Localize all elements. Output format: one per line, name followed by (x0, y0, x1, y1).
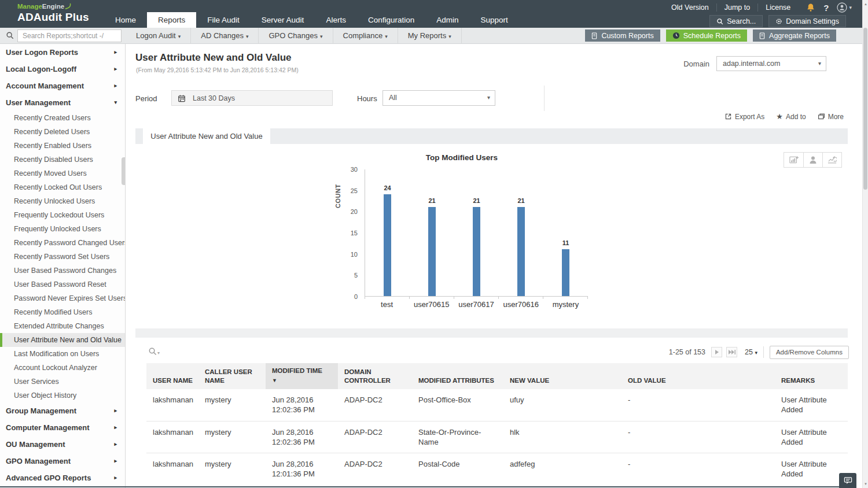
chart-column: 24 (365, 169, 410, 296)
sidebar-item[interactable]: Recently Deleted Users (0, 125, 125, 139)
column-header-modified-attributes[interactable]: MODIFIED ATTRIBUTES (412, 363, 503, 389)
notification-bell-icon[interactable] (806, 3, 815, 12)
sidebar-item[interactable]: Recently Unlocked Users (0, 194, 125, 208)
sidebar-item[interactable]: Recently Enabled Users (0, 139, 125, 153)
table-row[interactable]: lakshmanan mystery Jun 28,2016 12:02:36 … (146, 421, 848, 453)
next-page-button[interactable] (711, 347, 722, 357)
column-header-remarks[interactable]: REMARKS (740, 363, 848, 389)
chart-y-tick-label: 30 (351, 165, 358, 173)
add-to-button[interactable]: ★ Add to (776, 112, 806, 121)
sidebar-item[interactable]: Recently Password Changed Users (0, 236, 125, 250)
table-search-button[interactable]: ▾ (148, 347, 160, 356)
scroll-up-icon[interactable]: ▲ (863, 2, 868, 6)
nav-reports[interactable]: Reports (147, 12, 196, 28)
sidebar-item[interactable]: Password Never Expires Set Users (0, 291, 125, 305)
scroll-down-icon[interactable]: ▼ (863, 482, 868, 486)
last-page-button[interactable] (726, 347, 737, 357)
domain-select[interactable]: adap.internal.com ▾ (716, 56, 826, 71)
column-header-modified-time[interactable]: MODIFIED TIME▼ (266, 363, 338, 389)
sidebar-item[interactable]: Recently Locked Out Users (0, 180, 125, 194)
tab-user-attribute-new-and-old-value[interactable]: User Attribute New and Old Value (143, 128, 270, 144)
more-icon (818, 113, 825, 120)
column-header-old-value[interactable]: OLD VALUE (621, 363, 740, 389)
column-header-new-value[interactable]: NEW VALUE (503, 363, 621, 389)
sidebar-section-group-management[interactable]: Group Management▸ (0, 402, 125, 419)
sidebar-item[interactable]: User Object History (0, 389, 125, 402)
help-icon[interactable]: ? (823, 3, 829, 13)
nav-file-audit[interactable]: File Audit (196, 12, 251, 28)
table-row[interactable]: lakshmanan mystery Jun 28,2016 12:02:36 … (146, 389, 848, 421)
old-version-link[interactable]: Old Version (664, 3, 717, 12)
sidebar-item[interactable]: Extended Attribute Changes (0, 319, 125, 333)
nav-alerts[interactable]: Alerts (315, 12, 357, 28)
sidebar-section-local-logon-logoff[interactable]: Local Logon-Logoff▸ (0, 61, 125, 77)
sidebar-item[interactable]: Recently Created Users (0, 111, 125, 125)
custom-reports-label: Custom Reports (601, 32, 653, 40)
menu-logon-audit[interactable]: Logon Audit▾ (126, 28, 191, 44)
table-row[interactable]: lakshmanan mystery Jun 28,2016 12:01:36 … (146, 453, 848, 485)
nav-home[interactable]: Home (104, 12, 147, 28)
report-search-input[interactable] (17, 29, 122, 42)
chart-card: Top Modified Users COUNT 051015202530 24… (135, 144, 848, 328)
schedule-reports-button[interactable]: Schedule Reports (666, 29, 747, 42)
sidebar-section-account-management[interactable]: Account Management▸ (0, 77, 125, 94)
sidebar-item[interactable]: Frequently Lockedout Users (0, 208, 125, 222)
report-sidebar: User Logon Reports▸ Local Logon-Logoff▸ … (0, 44, 126, 488)
hours-select[interactable]: All ▾ (382, 90, 495, 106)
menu-my-reports[interactable]: My Reports▾ (398, 28, 462, 44)
chart-refresh-icon[interactable] (822, 153, 841, 167)
custom-reports-button[interactable]: Custom Reports (585, 29, 660, 42)
export-as-button[interactable]: Export As (724, 113, 764, 121)
nav-server-audit[interactable]: Server Audit (251, 12, 315, 28)
chart-y-tick-label: 15 (351, 229, 358, 237)
menu-gpo-changes[interactable]: GPO Changes▾ (259, 28, 333, 44)
domain-settings-button[interactable]: Domain Settings (768, 15, 846, 27)
page-size-select[interactable]: 25 ▾ (745, 348, 757, 356)
nav-support[interactable]: Support (469, 12, 518, 28)
aggregate-reports-button[interactable]: Aggregate Reports (753, 29, 836, 42)
sidebar-item[interactable]: Recently Moved Users (0, 167, 125, 180)
sidebar-item[interactable]: User Services (0, 375, 125, 389)
sidebar-item[interactable]: Recently Disabled Users (0, 153, 125, 167)
column-header-caller-user-name[interactable]: CALLER USER NAME (198, 363, 266, 389)
sidebar-section-advanced-gpo-reports[interactable]: Advanced GPO Reports▸ (0, 469, 125, 486)
nav-admin[interactable]: Admin (425, 12, 469, 28)
aggregate-reports-label: Aggregate Reports (769, 32, 830, 40)
sidebar-section-computer-management[interactable]: Computer Management▸ (0, 419, 125, 436)
column-label: MODIFIED ATTRIBUTES (418, 377, 494, 384)
sidebar-section-user-management[interactable]: User Management▾ (0, 94, 125, 111)
column-header-domain-controller[interactable]: DOMAIN CONTROLLER (338, 363, 412, 389)
sidebar-item[interactable]: Account Lockout Analyzer (0, 361, 125, 375)
sidebar-item[interactable]: Frequently Unlocked Users (0, 222, 125, 236)
sidebar-item[interactable]: Last Modification on Users (0, 347, 125, 361)
column-header-user-name[interactable]: USER NAME (146, 363, 198, 389)
domain-label: Domain (683, 60, 709, 68)
page-scrollbar[interactable]: ▲ ▼ (862, 0, 868, 488)
more-button[interactable]: More (818, 113, 844, 121)
sidebar-item[interactable]: User Based Password Reset (0, 278, 125, 291)
menu-compliance[interactable]: Compliance▾ (333, 28, 398, 44)
hours-label: Hours (357, 94, 377, 103)
user-avatar-icon[interactable]: ▾ (837, 2, 852, 13)
license-link[interactable]: License (758, 3, 798, 12)
chart-type-add-icon[interactable] (784, 153, 803, 167)
section-label: Local Logon-Logoff (6, 65, 76, 73)
sidebar-section-gpo-management[interactable]: GPO Management▸ (0, 453, 125, 469)
sidebar-collapse-handle[interactable] (122, 157, 125, 185)
add-remove-columns-button[interactable]: Add/Remove Columns (770, 346, 849, 359)
nav-configuration[interactable]: Configuration (357, 12, 425, 28)
sidebar-item-selected[interactable]: User Attribute New and Old Value (0, 333, 125, 347)
sidebar-item[interactable]: User Based Password Changes (0, 264, 125, 278)
feedback-button[interactable] (839, 473, 856, 488)
period-picker[interactable]: Last 30 Days (171, 90, 333, 106)
menu-ad-changes[interactable]: AD Changes▾ (191, 28, 259, 44)
sidebar-section-user-logon-reports[interactable]: User Logon Reports▸ (0, 44, 125, 61)
chart-user-icon[interactable] (803, 153, 822, 167)
sidebar-item[interactable]: Recently Modified Users (0, 305, 125, 319)
sidebar-section-ou-management[interactable]: OU Management▸ (0, 436, 125, 453)
global-search-button[interactable]: Search... (709, 15, 763, 27)
section-label: User Management (6, 98, 71, 107)
sidebar-item[interactable]: Recently Password Set Users (0, 250, 125, 264)
scrollbar-thumb[interactable] (863, 28, 867, 190)
jump-to-link[interactable]: Jump to (717, 3, 758, 12)
